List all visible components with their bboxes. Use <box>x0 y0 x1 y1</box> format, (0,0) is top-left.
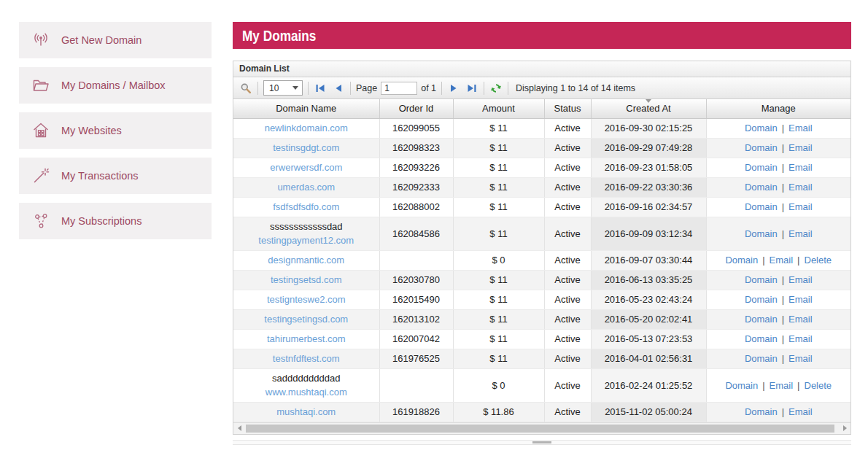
domain-name-link[interactable]: erwerwersdf.com <box>236 160 376 174</box>
domain-name-link[interactable]: testignteswe2.com <box>236 293 376 306</box>
domain-name-link[interactable]: newlinkdomain.com <box>236 121 376 135</box>
order-id-cell: 162084586 <box>379 217 453 250</box>
domain-name-link[interactable]: testnfdftest.com <box>236 352 376 365</box>
manage-email-link[interactable]: Email <box>788 162 813 173</box>
order-id-cell: 162088002 <box>379 197 453 217</box>
search-button[interactable] <box>239 82 252 95</box>
sidebar-item-my-websites[interactable]: My Websites <box>19 112 212 149</box>
page-input[interactable] <box>381 82 417 95</box>
manage-domain-link[interactable]: Domain <box>745 162 778 173</box>
order-id-cell: 162092333 <box>379 177 453 197</box>
manage-domain-link[interactable]: Domain <box>745 294 778 305</box>
created-at-cell: 2016-09-22 03:30:36 <box>591 177 706 197</box>
column-header-manage[interactable]: Manage <box>706 99 850 118</box>
table-row: sadddddddddadwww.mushtaqi.com$ 0Active20… <box>233 368 850 402</box>
sidebar-item-my-subscriptions[interactable]: My Subscriptions <box>19 203 212 239</box>
domain-name-link[interactable]: umerdas.com <box>236 180 376 194</box>
status-cell: Active <box>544 290 591 309</box>
amount-cell: $ 0 <box>453 368 544 402</box>
order-id-cell: 161918826 <box>379 402 453 422</box>
resize-grip-handle[interactable] <box>532 441 551 444</box>
manage-domain-link[interactable]: Domain <box>745 182 778 193</box>
column-header-order-id[interactable]: Order Id <box>379 99 453 118</box>
created-at-cell: 2015-11-02 05:00:24 <box>591 402 706 422</box>
manage-domain-link[interactable]: Domain <box>725 380 758 391</box>
order-id-cell: 162099055 <box>379 118 453 138</box>
manage-domain-link[interactable]: Domain <box>745 333 778 344</box>
status-cell: Active <box>544 250 591 270</box>
order-id-cell: 162098323 <box>379 138 453 158</box>
domain-name-link[interactable]: testingsetsd.com <box>236 273 376 287</box>
pager-status: Displaying 1 to 14 of 14 items <box>516 83 635 93</box>
sidebar-item-label: My Subscriptions <box>61 215 142 227</box>
table-row: newlinkdomain.com162099055$ 11Active2016… <box>233 118 850 138</box>
manage-email-link[interactable]: Email <box>788 201 813 212</box>
manage-email-link[interactable]: Email <box>788 142 813 153</box>
column-header-domain-name[interactable]: Domain Name <box>233 99 379 118</box>
manage-email-link[interactable]: Email <box>788 123 813 133</box>
manage-domain-link[interactable]: Domain <box>745 201 778 212</box>
manage-separator: | <box>782 228 784 239</box>
manage-email-link[interactable]: Email <box>788 228 813 239</box>
manage-separator: | <box>782 162 784 173</box>
manage-email-link[interactable]: Email <box>788 294 813 305</box>
manage-email-link[interactable]: Email <box>788 353 813 364</box>
next-page-button[interactable] <box>447 82 460 95</box>
manage-email-link[interactable]: Email <box>788 274 813 285</box>
sidebar-item-my-domains-mailbox[interactable]: My Domains / Mailbox <box>19 67 212 104</box>
manage-email-link[interactable]: Email <box>788 314 813 325</box>
domain-name-link[interactable]: fsdfsdfsdfo.com <box>236 200 376 214</box>
manage-email-link[interactable]: Email <box>788 333 813 344</box>
domain-name-link[interactable]: mushtaqi.com <box>236 405 376 419</box>
created-at-cell: 2016-09-23 01:58:05 <box>591 158 706 177</box>
page-of-label: of 1 <box>421 83 436 93</box>
manage-cell: Domain|Email <box>706 402 850 422</box>
manage-domain-link[interactable]: Domain <box>745 228 778 239</box>
amount-cell: $ 11 <box>453 349 544 368</box>
manage-domain-link[interactable]: Domain <box>745 314 778 325</box>
domain-name-link[interactable]: testingsetingsd.com <box>236 312 376 326</box>
column-header-status[interactable]: Status <box>544 99 591 118</box>
toolbar-separator <box>308 82 309 95</box>
domain-cell: tahirumerbest.com <box>233 329 379 349</box>
status-cell: Active <box>544 158 591 177</box>
sidebar-item-my-transactions[interactable]: My Transactions <box>19 158 212 194</box>
manage-email-link[interactable]: Email <box>770 380 794 391</box>
manage-email-link[interactable]: Email <box>788 182 813 193</box>
manage-domain-link[interactable]: Domain <box>745 274 778 285</box>
column-header-amount[interactable]: Amount <box>453 99 544 118</box>
manage-domain-link[interactable]: Domain <box>745 123 778 133</box>
page-label: Page <box>356 83 377 93</box>
manage-domain-link[interactable]: Domain <box>745 142 778 153</box>
manage-domain-link[interactable]: Domain <box>725 255 758 266</box>
first-page-button[interactable] <box>314 82 327 95</box>
domain-name-link[interactable]: testingpayment12.com <box>236 233 376 247</box>
domain-name-link[interactable]: tahirumerbest.com <box>236 332 376 346</box>
page-size-select[interactable]: 10 <box>263 80 303 96</box>
sidebar-item-get-new-domain[interactable]: Get New Domain <box>19 22 212 58</box>
manage-delete-link[interactable]: Delete <box>805 255 832 266</box>
manage-separator: | <box>782 353 784 364</box>
manage-domain-link[interactable]: Domain <box>745 353 778 364</box>
domain-name-link[interactable]: www.mushtaqi.com <box>236 385 376 399</box>
order-id-cell: 161976525 <box>379 349 453 368</box>
pager: Page of 1 <box>356 82 436 95</box>
refresh-button[interactable] <box>489 82 503 95</box>
scroll-left-button[interactable] <box>233 423 245 434</box>
manage-separator: | <box>782 123 784 133</box>
horizontal-scrollbar[interactable] <box>233 422 850 434</box>
domain-name-text: sadddddddddad <box>236 371 376 385</box>
manage-domain-link[interactable]: Domain <box>745 406 778 417</box>
domain-name-link[interactable]: testinsgdgt.com <box>236 141 376 155</box>
page-title-bar: My Domains <box>233 22 851 49</box>
manage-delete-link[interactable]: Delete <box>805 380 832 391</box>
domain-name-link[interactable]: designmantic.com <box>236 253 376 267</box>
scroll-right-button[interactable] <box>839 423 850 434</box>
manage-email-link[interactable]: Email <box>770 255 794 266</box>
scrollbar-thumb[interactable] <box>246 425 834 433</box>
manage-email-link[interactable]: Email <box>788 406 813 417</box>
column-header-created-at[interactable]: Created At <box>591 99 706 118</box>
prev-page-button[interactable] <box>332 82 345 95</box>
status-cell: Active <box>544 217 591 250</box>
last-page-button[interactable] <box>465 82 478 95</box>
